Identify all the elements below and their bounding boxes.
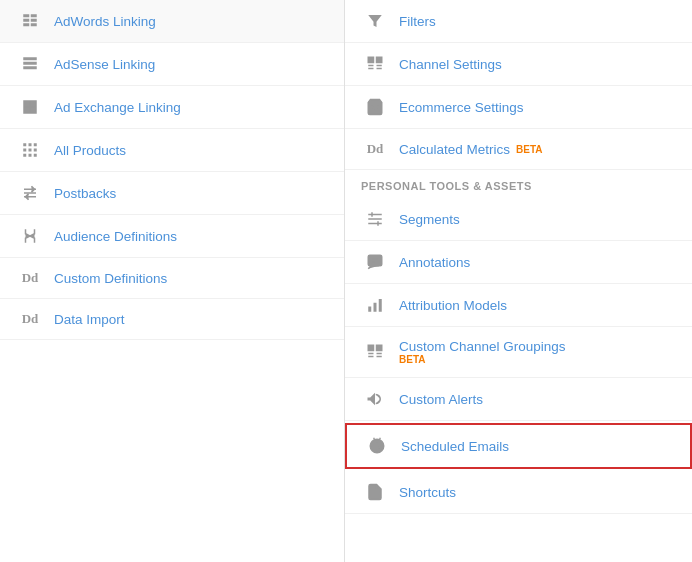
sidebar-item-label: AdSense Linking (54, 57, 155, 72)
channels2-icon (361, 343, 389, 361)
channels-icon (361, 55, 389, 73)
annotations-icon (361, 253, 389, 271)
menu-item-annotations[interactable]: Annotations (345, 241, 692, 284)
svg-rect-13 (29, 143, 32, 146)
custom-channel-groupings-text: Custom Channel Groupings BETA (399, 339, 566, 365)
left-panel: AdWords Linking AdSense Linking Ad Excha… (0, 0, 345, 562)
menu-item-label: Ecommerce Settings (399, 100, 524, 115)
grid-icon (16, 141, 44, 159)
sidebar-item-label: Audience Definitions (54, 229, 177, 244)
bar-icon (361, 296, 389, 314)
menu-item-label: Scheduled Emails (401, 439, 509, 454)
segments-icon (361, 210, 389, 228)
svg-rect-36 (379, 299, 382, 312)
section-header: PERSONAL TOOLS & ASSETS (345, 170, 692, 198)
svg-rect-4 (23, 23, 29, 26)
svg-rect-15 (23, 149, 26, 152)
menu-item-custom-channel-groupings[interactable]: Custom Channel Groupings BETA (345, 327, 692, 378)
svg-rect-14 (34, 143, 37, 146)
svg-rect-8 (23, 66, 37, 69)
sidebar-item-ad-exchange-linking[interactable]: Ad Exchange Linking (0, 86, 344, 129)
dd2-icon: Dd (16, 311, 44, 327)
filter-icon (361, 12, 389, 30)
svg-rect-5 (31, 23, 37, 26)
menu-item-attribution-models[interactable]: Attribution Models (345, 284, 692, 327)
svg-rect-31 (368, 255, 382, 266)
menu-item-label: Channel Settings (399, 57, 502, 72)
svg-rect-17 (34, 149, 37, 152)
svg-rect-21 (368, 57, 373, 62)
clock-icon (363, 437, 391, 455)
svg-rect-6 (23, 57, 37, 60)
svg-rect-12 (23, 143, 26, 146)
square-icon (16, 98, 44, 116)
svg-rect-2 (23, 19, 29, 22)
dd3-icon: Dd (361, 141, 389, 157)
sidebar-item-label: Custom Definitions (54, 271, 167, 286)
svg-rect-19 (29, 154, 32, 157)
fork-icon (16, 227, 44, 245)
sidebar-item-postbacks[interactable]: Postbacks (0, 172, 344, 215)
menu-item-label: Segments (399, 212, 460, 227)
menu-item-channel-settings[interactable]: Channel Settings (345, 43, 692, 86)
sidebar-item-audience-definitions[interactable]: Audience Definitions (0, 215, 344, 258)
menu-item-shortcuts[interactable]: Shortcuts (345, 471, 692, 514)
svg-rect-7 (23, 62, 37, 65)
svg-rect-35 (374, 303, 377, 312)
svg-rect-38 (377, 345, 382, 350)
svg-rect-37 (368, 345, 373, 350)
sidebar-item-adwords-linking[interactable]: AdWords Linking (0, 0, 344, 43)
svg-rect-1 (31, 14, 37, 17)
sidebar-item-adsense-linking[interactable]: AdSense Linking (0, 43, 344, 86)
table2-icon (16, 55, 44, 73)
menu-item-custom-alerts[interactable]: Custom Alerts (345, 378, 692, 421)
menu-item-label: Annotations (399, 255, 470, 270)
megaphone-icon (361, 390, 389, 408)
svg-rect-20 (34, 154, 37, 157)
svg-rect-22 (377, 57, 382, 62)
table-icon (16, 12, 44, 30)
svg-rect-3 (31, 19, 37, 22)
sidebar-item-label: All Products (54, 143, 126, 158)
menu-item-filters[interactable]: Filters (345, 0, 692, 43)
sidebar-item-data-import[interactable]: Dd Data Import (0, 299, 344, 340)
shortcut-icon (361, 483, 389, 501)
menu-item-scheduled-emails[interactable]: Scheduled Emails (345, 423, 692, 469)
svg-rect-18 (23, 154, 26, 157)
menu-item-segments[interactable]: Segments (345, 198, 692, 241)
arrows-icon (16, 184, 44, 202)
menu-item-label: Shortcuts (399, 485, 456, 500)
menu-item-label: Calculated Metrics (399, 142, 510, 157)
svg-rect-16 (29, 149, 32, 152)
sidebar-item-label: AdWords Linking (54, 14, 156, 29)
svg-rect-0 (23, 14, 29, 17)
menu-item-label: Filters (399, 14, 436, 29)
menu-item-ecommerce-settings[interactable]: Ecommerce Settings (345, 86, 692, 129)
right-panel: Filters Channel Settings Ecommerce Setti… (345, 0, 692, 562)
sidebar-item-all-products[interactable]: All Products (0, 129, 344, 172)
sidebar-item-custom-definitions[interactable]: Dd Custom Definitions (0, 258, 344, 299)
cart-icon (361, 98, 389, 116)
menu-item-label: Attribution Models (399, 298, 507, 313)
dd-icon: Dd (16, 270, 44, 286)
menu-item-label: Custom Alerts (399, 392, 483, 407)
beta-badge: BETA (516, 144, 542, 155)
beta-badge2: BETA (399, 354, 566, 365)
menu-item-calculated-metrics[interactable]: Dd Calculated Metrics BETA (345, 129, 692, 170)
sidebar-item-label: Ad Exchange Linking (54, 100, 181, 115)
menu-item-label: Custom Channel Groupings (399, 339, 566, 354)
sidebar-item-label: Data Import (54, 312, 125, 327)
sidebar-item-label: Postbacks (54, 186, 116, 201)
svg-rect-34 (368, 307, 371, 312)
